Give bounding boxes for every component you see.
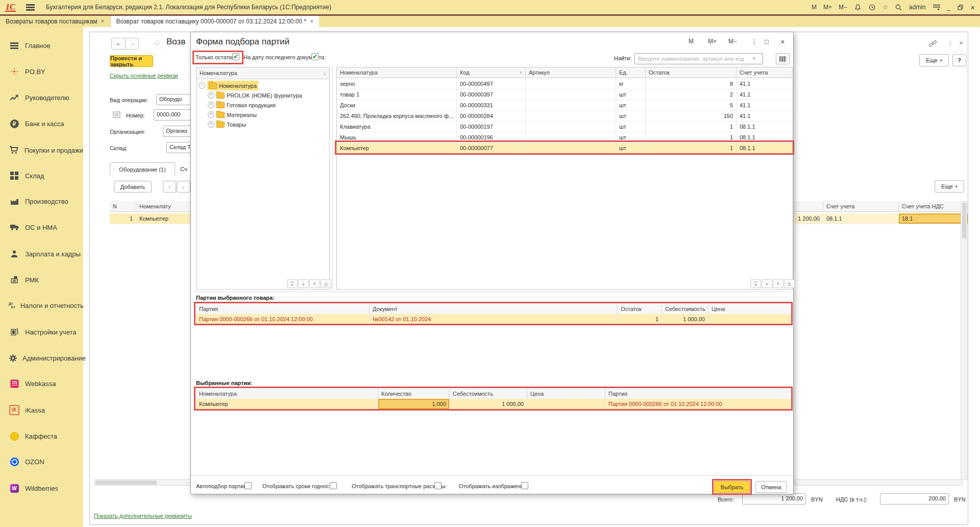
dialog-more-dots-icon[interactable]: ⋮ xyxy=(751,38,757,45)
item-row[interactable]: зерно00-00000497кг841.1 xyxy=(337,79,792,89)
back-arrow-button[interactable]: ← xyxy=(111,38,126,50)
column-rest[interactable]: Остаток xyxy=(618,304,662,315)
auto-batch-checkbox[interactable] xyxy=(244,482,252,489)
search-icon[interactable] xyxy=(895,4,902,11)
forward-arrow-button[interactable]: → xyxy=(125,38,139,50)
zoom-in-button[interactable]: M+ xyxy=(823,4,832,11)
zoom-normal-button[interactable]: M xyxy=(812,4,817,11)
user-name[interactable]: admin xyxy=(909,4,926,11)
sidebar-item-production[interactable]: Производство xyxy=(0,191,83,211)
cancel-button[interactable]: Отмена xyxy=(755,481,787,493)
items-nav-buttons[interactable]: ▲▲▼▼ xyxy=(750,279,795,288)
sidebar-item-kaffesta[interactable]: Каффеста xyxy=(0,426,83,446)
clear-search-icon[interactable]: × xyxy=(752,55,755,61)
column-cost[interactable]: Себестоимость xyxy=(662,304,708,315)
collapse-icon[interactable]: − xyxy=(199,82,205,89)
sidebar-item-rmk[interactable]: РМК xyxy=(0,270,83,290)
item-row[interactable]: товар 100-00000397шт241.1 xyxy=(337,89,792,100)
column-document[interactable]: Документ xyxy=(370,304,618,315)
horizontal-scrollbar-left[interactable] xyxy=(94,479,191,486)
sidebar-item-webkassa[interactable]: Webkassa xyxy=(0,373,83,394)
dialog-zoom-in-button[interactable]: M+ xyxy=(708,38,717,45)
column-nomenclature[interactable]: Номенклатура xyxy=(196,389,378,399)
item-row[interactable]: Доски00-00000331шт541.1 xyxy=(337,100,792,111)
item-row-selected[interactable]: Компьютер00-00000077шт108.1.1 xyxy=(337,143,792,154)
help-button[interactable]: ? xyxy=(952,54,966,66)
show-images-checkbox[interactable] xyxy=(521,482,528,489)
post-and-close-button[interactable]: Провести и закрыть xyxy=(110,55,153,67)
show-additional-requisites-link[interactable]: Показать дополнительные реквизиты xyxy=(94,513,192,519)
dialog-zoom-normal-button[interactable]: M xyxy=(689,38,694,45)
main-menu-icon[interactable] xyxy=(26,4,35,6)
column-account[interactable]: Счет учета xyxy=(823,201,899,212)
restore-button[interactable] xyxy=(957,4,964,11)
sidebar-item-main[interactable]: Главное xyxy=(0,35,83,56)
vat-value-field[interactable]: 200,00 xyxy=(880,493,949,505)
column-price[interactable]: Цена xyxy=(708,304,791,315)
column-nomenclature[interactable]: Номенклатура xyxy=(337,67,457,78)
tree-node-root[interactable]: −Номенклатура xyxy=(199,81,329,90)
column-unit[interactable]: Ед. xyxy=(616,67,646,78)
vertical-scrollbar[interactable] xyxy=(961,201,967,480)
service-menu-icon[interactable] xyxy=(933,4,941,11)
tree-node-materials[interactable]: +Материалы xyxy=(208,110,329,119)
sidebar-item-bank-cash[interactable]: ₽Банк и касса xyxy=(0,113,83,134)
sidebar-item-ikassa[interactable]: iKiKassa xyxy=(0,400,83,420)
panel-splitter[interactable] xyxy=(332,67,333,290)
get-link-icon[interactable] xyxy=(928,40,937,49)
dialog-maximize-icon[interactable]: □ xyxy=(765,38,769,45)
column-account[interactable]: Счет учета xyxy=(737,67,792,78)
column-n[interactable]: N xyxy=(110,201,136,212)
column-code[interactable]: Код↑ xyxy=(457,67,526,78)
1c-logo[interactable]: 1С xyxy=(5,3,16,12)
on-last-doc-date-checkbox[interactable]: ✔ xyxy=(311,53,318,60)
sidebar-item-accounting-settings[interactable]: Настройки учета xyxy=(0,322,83,342)
sidebar-item-wildberries[interactable]: WWildberries xyxy=(0,478,83,498)
expand-icon[interactable]: + xyxy=(208,121,214,128)
select-button[interactable]: Выбрать xyxy=(714,481,750,493)
tree-node-prolok[interactable]: +PROLOK (HOME) фурнитура xyxy=(208,90,329,100)
column-nomenclature[interactable]: Номенклату xyxy=(136,201,191,212)
column-batch[interactable]: Партия xyxy=(605,389,791,399)
search-input[interactable] xyxy=(634,53,763,64)
item-row[interactable]: Мышь00-00000196шт108.1.1 xyxy=(337,132,792,143)
column-cost[interactable]: Себестоимость xyxy=(450,389,527,399)
sort-descending-icon[interactable]: ↓ xyxy=(324,70,327,76)
goods-table-row-left[interactable]: 1 Компьютер xyxy=(110,213,191,224)
column-price[interactable]: Цена xyxy=(527,389,605,399)
favorite-star-icon[interactable]: ☆ xyxy=(153,37,161,48)
sidebar-item-ozon[interactable]: OZON xyxy=(0,451,83,472)
show-expiry-checkbox[interactable] xyxy=(330,482,337,489)
favorites-star-icon[interactable]: ☆ xyxy=(883,4,888,11)
warehouse-field[interactable]: Склад То xyxy=(166,142,191,153)
column-article[interactable]: Артикул xyxy=(526,67,616,78)
column-vat-account[interactable]: Счет учета НДС xyxy=(899,201,968,212)
horizontal-scrollbar-right[interactable] xyxy=(794,479,963,486)
selected-batch-row[interactable]: Компьютер 1,000 1 000,00 Партия 0000-000… xyxy=(196,399,791,410)
only-remainders-checkbox[interactable]: ✔ xyxy=(232,53,239,60)
quantity-edit-cell[interactable]: 1,000 xyxy=(378,399,450,410)
operation-type-select[interactable]: Оборудо xyxy=(156,94,191,105)
tab-accounts[interactable]: Сч xyxy=(177,162,191,176)
expand-icon[interactable]: + xyxy=(208,92,214,99)
more-dots-icon[interactable]: ⋮ xyxy=(947,39,953,47)
item-row[interactable]: 262.490, Прокладка корпуса масляного ф…0… xyxy=(337,111,792,122)
column-rest[interactable]: Остаток xyxy=(646,67,737,78)
tree-node-goods[interactable]: +Товары xyxy=(208,119,329,129)
expand-icon[interactable]: + xyxy=(208,102,214,108)
dialog-zoom-out-button[interactable]: M− xyxy=(728,38,737,45)
document-more-button[interactable]: Еще▾ xyxy=(919,54,949,66)
expand-icon[interactable]: + xyxy=(208,111,214,118)
tree-nav-buttons[interactable]: ▲▲▼▼ xyxy=(287,279,331,288)
sidebar-item-purchases-sales[interactable]: Покупки и продажи xyxy=(0,140,83,160)
show-transport-checkbox[interactable] xyxy=(434,482,442,489)
notifications-bell-icon[interactable] xyxy=(854,4,862,11)
close-button[interactable]: × xyxy=(970,3,975,12)
tab-returns-list[interactable]: Возвраты товаров поставщикам × xyxy=(0,16,111,27)
add-row-button[interactable]: Добавить xyxy=(114,181,152,193)
table-more-button[interactable]: Еще▾ xyxy=(935,180,964,193)
history-clock-icon[interactable] xyxy=(868,4,876,11)
column-batch[interactable]: Партия xyxy=(196,304,370,315)
sidebar-item-po-by[interactable]: PO.BY xyxy=(0,61,83,82)
tab-close-icon[interactable]: × xyxy=(310,19,313,24)
